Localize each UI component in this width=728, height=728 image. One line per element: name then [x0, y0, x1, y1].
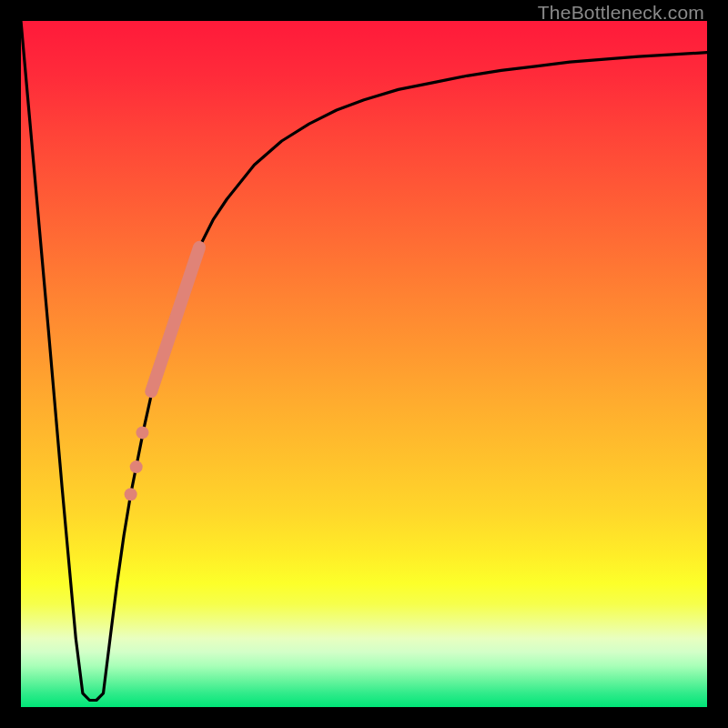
highlight-segment — [151, 248, 199, 391]
chart-svg — [21, 21, 707, 707]
chart-frame: TheBottleneck.com — [0, 0, 728, 728]
watermark-text: TheBottleneck.com — [538, 2, 704, 24]
bottleneck-curve — [21, 21, 707, 701]
highlight-dot — [136, 426, 148, 439]
highlight-markers — [125, 426, 149, 500]
highlight-dot — [125, 488, 137, 500]
highlight-dot — [130, 460, 143, 473]
